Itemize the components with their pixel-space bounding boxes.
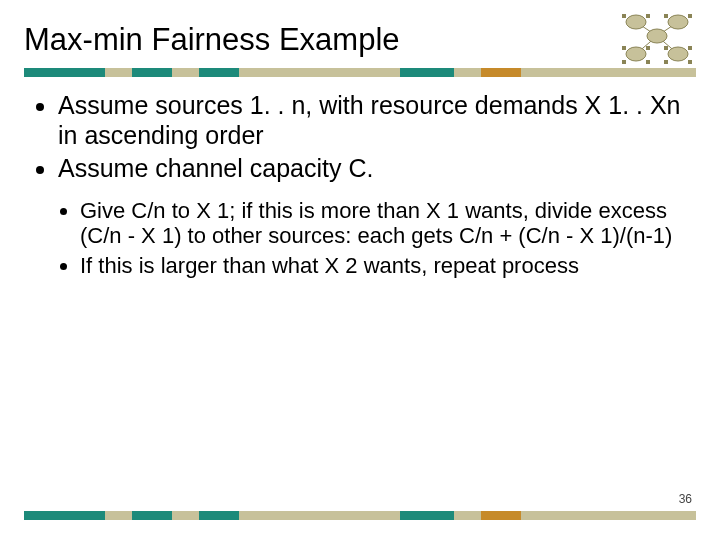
- stripe-segment: [172, 68, 199, 77]
- svg-rect-15: [664, 46, 668, 50]
- stripe-segment: [132, 68, 172, 77]
- page-number: 36: [679, 492, 692, 506]
- svg-rect-19: [664, 60, 668, 64]
- stripe-segment: [24, 511, 105, 520]
- stripe-segment: [454, 511, 481, 520]
- list-item: If this is larger than what X 2 wants, r…: [80, 253, 694, 279]
- divider-stripe-bottom: [24, 511, 696, 520]
- stripe-segment: [400, 511, 454, 520]
- bullet-list-level2: Give C/n to X 1; if this is more than X …: [26, 198, 694, 280]
- stripe-segment: [239, 68, 400, 77]
- svg-rect-18: [646, 60, 650, 64]
- svg-rect-20: [688, 60, 692, 64]
- svg-rect-9: [622, 14, 626, 18]
- stripe-segment: [24, 68, 105, 77]
- svg-point-6: [647, 29, 667, 43]
- stripe-segment: [132, 511, 172, 520]
- bullet-list-level1: Assume sources 1. . n, with resource dem…: [26, 91, 694, 184]
- svg-rect-17: [622, 60, 626, 64]
- stripe-segment: [521, 511, 696, 520]
- svg-rect-12: [688, 14, 692, 18]
- list-item: Give C/n to X 1; if this is more than X …: [80, 198, 694, 250]
- svg-rect-13: [622, 46, 626, 50]
- network-logo-icon: [616, 10, 698, 68]
- svg-point-7: [626, 47, 646, 61]
- divider-stripe-top: [24, 68, 696, 77]
- stripe-segment: [400, 68, 454, 77]
- svg-rect-16: [688, 46, 692, 50]
- svg-rect-11: [664, 14, 668, 18]
- stripe-segment: [481, 68, 521, 77]
- list-item: Assume sources 1. . n, with resource dem…: [58, 91, 694, 150]
- svg-point-8: [668, 47, 688, 61]
- stripe-segment: [199, 511, 239, 520]
- slide-content: Assume sources 1. . n, with resource dem…: [24, 91, 696, 279]
- slide: Max-min Fairness Example Assume sources …: [0, 0, 720, 540]
- svg-rect-10: [646, 14, 650, 18]
- stripe-segment: [105, 511, 132, 520]
- slide-title: Max-min Fairness Example: [24, 22, 696, 58]
- stripe-segment: [481, 511, 521, 520]
- stripe-segment: [199, 68, 239, 77]
- stripe-segment: [172, 511, 199, 520]
- svg-rect-14: [646, 46, 650, 50]
- stripe-segment: [521, 68, 696, 77]
- stripe-segment: [454, 68, 481, 77]
- svg-point-5: [668, 15, 688, 29]
- list-item: Assume channel capacity C.: [58, 154, 694, 184]
- stripe-segment: [105, 68, 132, 77]
- stripe-segment: [239, 511, 400, 520]
- svg-point-4: [626, 15, 646, 29]
